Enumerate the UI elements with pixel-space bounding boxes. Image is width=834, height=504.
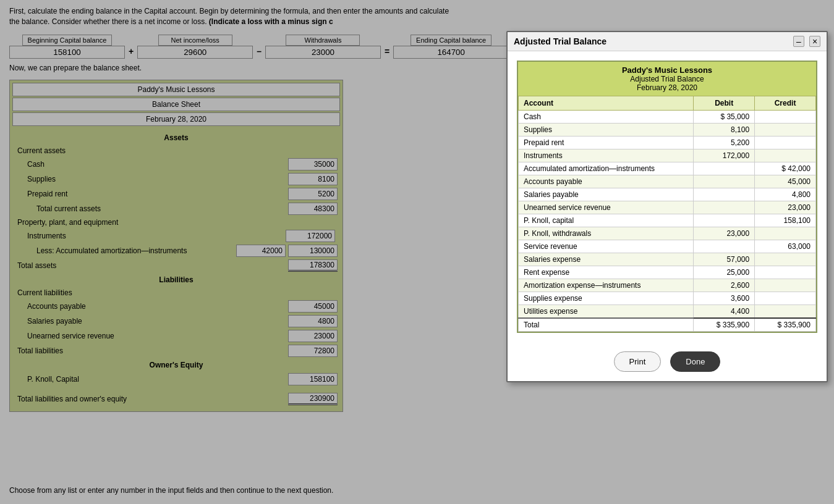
atb-account-cell: P. Knoll, capital (519, 214, 694, 227)
atb-debit-cell: 25,000 (694, 266, 755, 279)
col-credit-header: Credit (755, 96, 816, 111)
atb-account-cell: Accumulated amortization—instruments (519, 162, 694, 175)
atb-credit-cell: 4,800 (755, 188, 816, 201)
atb-modal: Adjusted Trial Balance – × Paddy's Music… (506, 31, 828, 382)
atb-credit-cell (755, 292, 816, 305)
atb-company: Paddy's Music Lessons (522, 65, 812, 75)
atb-account-cell: Utilities expense (519, 305, 694, 319)
atb-row: Supplies expense3,600 (519, 292, 816, 305)
atb-debit-cell (694, 201, 755, 214)
close-button[interactable]: × (809, 36, 820, 47)
atb-row: Service revenue63,000 (519, 240, 816, 253)
atb-total-row: Total$ 335,900$ 335,900 (519, 318, 816, 332)
done-button[interactable]: Done (670, 351, 720, 372)
atb-credit-cell (755, 149, 816, 162)
atb-account-cell: Accounts payable (519, 175, 694, 188)
atb-debit-cell: 2,600 (694, 279, 755, 292)
atb-credit-cell (755, 227, 816, 240)
atb-total-credit: $ 335,900 (755, 318, 816, 332)
atb-credit-cell: $ 42,000 (755, 162, 816, 175)
atb-debit-cell (694, 188, 755, 201)
atb-credit-cell: 63,000 (755, 240, 816, 253)
atb-row: Utilities expense4,400 (519, 305, 816, 319)
atb-row: Salaries expense57,000 (519, 253, 816, 266)
atb-account-cell: Cash (519, 111, 694, 124)
atb-account-cell: Prepaid rent (519, 136, 694, 149)
modal-controls: – × (793, 36, 820, 47)
modal-titlebar: Adjusted Trial Balance – × (508, 32, 827, 51)
atb-row: Salaries payable4,800 (519, 188, 816, 201)
atb-credit-cell: 23,000 (755, 201, 816, 214)
atb-row: Unearned service revenue23,000 (519, 201, 816, 214)
atb-row: Amortization expense—instruments2,600 (519, 279, 816, 292)
modal-footer: Print Done (508, 342, 827, 381)
atb-subtitle: Adjusted Trial Balance (522, 75, 812, 83)
atb-debit-cell: 3,600 (694, 292, 755, 305)
atb-row: P. Knoll, withdrawals23,000 (519, 227, 816, 240)
atb-account-cell: Salaries expense (519, 253, 694, 266)
atb-debit-cell: 8,100 (694, 124, 755, 136)
atb-debit-cell: 4,400 (694, 305, 755, 319)
atb-credit-cell (755, 266, 816, 279)
atb-account-cell: P. Knoll, withdrawals (519, 227, 694, 240)
atb-credit-cell (755, 111, 816, 124)
atb-row: Instruments172,000 (519, 149, 816, 162)
atb-total-debit: $ 335,900 (694, 318, 755, 332)
atb-account-cell: Service revenue (519, 240, 694, 253)
atb-tbody: Cash$ 35,000Supplies8,100Prepaid rent5,2… (519, 111, 816, 332)
atb-account-cell: Instruments (519, 149, 694, 162)
atb-row: Supplies8,100 (519, 124, 816, 136)
atb-debit-cell: 172,000 (694, 149, 755, 162)
atb-credit-cell (755, 305, 816, 319)
atb-account-cell: Amortization expense—instruments (519, 279, 694, 292)
atb-debit-cell (694, 214, 755, 227)
atb-row: Rent expense25,000 (519, 266, 816, 279)
modal-body: Paddy's Music Lessons Adjusted Trial Bal… (508, 51, 827, 342)
atb-debit-cell: 57,000 (694, 253, 755, 266)
atb-account-cell: Rent expense (519, 266, 694, 279)
atb-header-row: Account Debit Credit (519, 96, 816, 111)
atb-table-wrapper: Paddy's Music Lessons Adjusted Trial Bal… (517, 61, 817, 333)
atb-debit-cell: 5,200 (694, 136, 755, 149)
atb-header: Paddy's Music Lessons Adjusted Trial Bal… (518, 62, 816, 96)
atb-debit-cell (694, 162, 755, 175)
atb-credit-cell (755, 124, 816, 136)
atb-row: Accounts payable45,000 (519, 175, 816, 188)
atb-credit-cell: 158,100 (755, 214, 816, 227)
atb-debit-cell (694, 175, 755, 188)
atb-account-cell: Supplies (519, 124, 694, 136)
col-account-header: Account (519, 96, 694, 111)
atb-credit-cell (755, 253, 816, 266)
print-button[interactable]: Print (614, 351, 662, 372)
atb-credit-cell (755, 136, 816, 149)
atb-table: Account Debit Credit Cash$ 35,000Supplie… (518, 96, 816, 332)
atb-row: Prepaid rent5,200 (519, 136, 816, 149)
atb-debit-cell (694, 240, 755, 253)
atb-total-account: Total (519, 318, 694, 332)
atb-row: P. Knoll, capital158,100 (519, 214, 816, 227)
atb-credit-cell: 45,000 (755, 175, 816, 188)
atb-row: Accumulated amortization—instruments$ 42… (519, 162, 816, 175)
modal-title: Adjusted Trial Balance (514, 36, 606, 46)
minimize-button[interactable]: – (793, 36, 804, 47)
atb-account-cell: Salaries payable (519, 188, 694, 201)
atb-debit-cell: 23,000 (694, 227, 755, 240)
atb-row: Cash$ 35,000 (519, 111, 816, 124)
atb-debit-cell: $ 35,000 (694, 111, 755, 124)
col-debit-header: Debit (694, 96, 755, 111)
atb-date: February 28, 2020 (522, 83, 812, 92)
atb-account-cell: Unearned service revenue (519, 201, 694, 214)
atb-credit-cell (755, 279, 816, 292)
atb-account-cell: Supplies expense (519, 292, 694, 305)
